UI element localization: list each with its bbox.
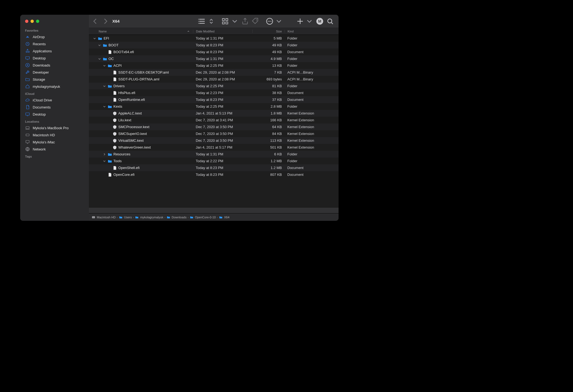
action-menu-button[interactable] bbox=[265, 17, 284, 25]
file-row[interactable]: OpenShell.efiToday at 8:23 PM1.2 MBDocum… bbox=[89, 164, 339, 171]
breadcrumb-label: mykolagrymalyuk bbox=[140, 216, 163, 219]
kext-icon bbox=[112, 111, 117, 116]
tag-button[interactable] bbox=[251, 17, 260, 25]
folder-icon bbox=[107, 104, 112, 109]
file-row[interactable]: AppleALC.kextJan 4, 2021 at 5:13 PM1.8 M… bbox=[89, 110, 339, 117]
disclosure-triangle-icon[interactable] bbox=[102, 159, 106, 163]
file-row[interactable]: OCToday at 1:31 PM4.9 MBFolder bbox=[89, 55, 339, 62]
nav-back-button[interactable] bbox=[91, 17, 100, 25]
sync-badge-icon[interactable]: M bbox=[315, 17, 324, 25]
disclosure-triangle-icon[interactable] bbox=[98, 57, 101, 61]
search-button[interactable] bbox=[325, 17, 335, 25]
imac-icon bbox=[25, 140, 30, 144]
close-button[interactable] bbox=[25, 20, 28, 23]
column-header-size[interactable]: Size bbox=[252, 30, 285, 33]
desktop-icon bbox=[25, 56, 30, 61]
disclosure-triangle-icon[interactable] bbox=[102, 64, 106, 68]
sidebar-item[interactable]: Applications bbox=[20, 47, 89, 55]
breadcrumb[interactable]: mykolagrymalyuk bbox=[135, 215, 163, 219]
file-row[interactable]: EFIToday at 1:31 PM5 MBFolder bbox=[89, 35, 339, 42]
sidebar-item[interactable]: Recents bbox=[20, 40, 89, 47]
disclosure-triangle-icon[interactable] bbox=[98, 43, 101, 47]
file-row[interactable]: DriversToday at 2:25 PM81 KBFolder bbox=[89, 83, 339, 89]
svg-point-12 bbox=[198, 23, 199, 24]
view-mode-button[interactable] bbox=[197, 17, 216, 25]
sidebar-item[interactable]: Mykola's iMac bbox=[20, 138, 89, 146]
file-row[interactable]: HfsPlus.efiToday at 2:23 PM38 KBDocument bbox=[89, 89, 339, 96]
file-row[interactable]: SSDT-EC-USBX-DESKTOP.amlDec 29, 2020 at … bbox=[89, 69, 339, 76]
file-row[interactable]: KextsToday at 2:25 PM2.8 MBFolder bbox=[89, 103, 339, 110]
sidebar-item[interactable]: Documents bbox=[20, 104, 89, 111]
file-list[interactable]: EFIToday at 1:31 PM5 MBFolderBOOTToday a… bbox=[89, 35, 339, 208]
disclosure-triangle-icon[interactable] bbox=[102, 105, 106, 108]
file-size: 38 KB bbox=[252, 91, 285, 95]
file-size: 1.2 MB bbox=[252, 159, 285, 163]
sidebar-item[interactable]: Desktop bbox=[20, 55, 89, 62]
sidebar-item-label: Network bbox=[33, 147, 84, 151]
column-header-name[interactable]: Name bbox=[90, 30, 193, 33]
file-kind: Folder bbox=[285, 84, 339, 88]
file-name: BOOTx64.efi bbox=[113, 50, 134, 54]
disclosure-triangle-icon bbox=[107, 139, 111, 143]
sidebar-item[interactable]: iCloud Drive bbox=[20, 97, 89, 104]
file-date: Today at 8:23 PM bbox=[193, 43, 252, 47]
disclosure-triangle-icon bbox=[107, 132, 111, 136]
file-row[interactable]: WhateverGreen.kextJan 4, 2021 at 5:17 PM… bbox=[89, 144, 339, 151]
sidebar-item[interactable]: Macintosh HD bbox=[20, 131, 89, 138]
file-row[interactable]: ACPIToday at 2:25 PM13 KBFolder bbox=[89, 62, 339, 69]
file-row[interactable]: SMCProcessor.kextDec 7, 2020 at 3:50 PM6… bbox=[89, 123, 339, 130]
sidebar-item[interactable]: Network bbox=[20, 146, 89, 153]
file-row[interactable]: ResourcesToday at 1:31 PM6 KBFolder bbox=[89, 151, 339, 158]
sidebar-item[interactable]: Downloads bbox=[20, 62, 89, 69]
file-date: Dec 7, 2020 at 3:50 PM bbox=[193, 132, 252, 136]
file-size: 1.8 MB bbox=[252, 111, 285, 115]
disclosure-triangle-icon[interactable] bbox=[93, 37, 96, 40]
file-row[interactable]: SMCSuperIO.kextDec 7, 2020 at 3:50 PM84 … bbox=[89, 130, 339, 137]
disclosure-triangle-icon[interactable] bbox=[102, 84, 106, 88]
file-name: OpenRuntime.efi bbox=[118, 98, 145, 102]
sidebar-item[interactable]: Storage bbox=[20, 76, 89, 83]
disclosure-triangle-icon[interactable] bbox=[102, 152, 106, 156]
file-row[interactable]: VirtualSMC.kextDec 7, 2020 at 3:50 PM113… bbox=[89, 137, 339, 144]
file-row[interactable]: OpenCore.efiToday at 8:23 PM807 KBDocume… bbox=[89, 171, 339, 178]
new-button[interactable] bbox=[295, 17, 314, 25]
desktop-icon bbox=[25, 112, 30, 117]
chevron-down-icon bbox=[274, 17, 284, 25]
file-row[interactable]: BOOTx64.efiToday at 8:23 PM49 KBDocument bbox=[89, 49, 339, 55]
nav-forward-button[interactable] bbox=[101, 17, 110, 25]
sidebar-item[interactable]: Developer bbox=[20, 69, 89, 76]
globe-icon bbox=[25, 147, 30, 152]
breadcrumb[interactable]: X64 bbox=[219, 215, 230, 219]
file-name: EFI bbox=[104, 36, 109, 40]
folder-icon bbox=[119, 215, 123, 219]
sidebar-item-label: Downloads bbox=[33, 63, 84, 67]
file-date: Dec 29, 2020 at 2:08 PM bbox=[193, 70, 252, 74]
file-kind: Kernel Extension bbox=[285, 118, 339, 122]
column-header-date[interactable]: Date Modified bbox=[193, 30, 252, 33]
minimize-button[interactable] bbox=[31, 20, 34, 23]
file-row[interactable]: OpenRuntime.efiToday at 8:23 PM37 KBDocu… bbox=[89, 96, 339, 103]
file-kind: Kernel Extension bbox=[285, 132, 339, 136]
file-row[interactable]: SSDT-PLUG-DRTNIA.amlDec 29, 2020 at 2:08… bbox=[89, 76, 339, 83]
hammer-icon bbox=[25, 70, 30, 75]
clock-icon bbox=[25, 41, 30, 46]
sidebar-item[interactable]: mykolagrymalyuk bbox=[20, 83, 89, 90]
file-name: AppleALC.kext bbox=[118, 111, 142, 115]
breadcrumb[interactable]: Users bbox=[119, 215, 132, 219]
breadcrumb[interactable]: Macintosh HD bbox=[92, 215, 116, 219]
share-button[interactable] bbox=[240, 17, 250, 25]
sidebar-item[interactable]: AirDrop bbox=[20, 33, 89, 40]
sidebar-item[interactable]: Mykola's MacBook Pro bbox=[20, 124, 89, 131]
breadcrumb[interactable]: Downloads bbox=[167, 215, 186, 219]
sidebar-item-label: Applications bbox=[33, 49, 84, 53]
file-row[interactable]: BOOTToday at 8:23 PM49 KBFolder bbox=[89, 42, 339, 49]
kext-icon bbox=[112, 125, 117, 129]
group-by-button[interactable] bbox=[221, 17, 239, 25]
breadcrumb[interactable]: OpenCore-0-10 bbox=[190, 215, 216, 219]
file-row[interactable]: Lilu.kextDec 7, 2020 at 3:41 PM166 KBKer… bbox=[89, 117, 339, 123]
file-row[interactable]: ToolsToday at 2:22 PM1.2 MBFolder bbox=[89, 158, 339, 164]
sidebar-item[interactable]: Desktop bbox=[20, 111, 89, 118]
column-header-kind[interactable]: Kind bbox=[285, 30, 339, 33]
document-icon bbox=[112, 97, 117, 102]
fullscreen-button[interactable] bbox=[36, 20, 39, 23]
